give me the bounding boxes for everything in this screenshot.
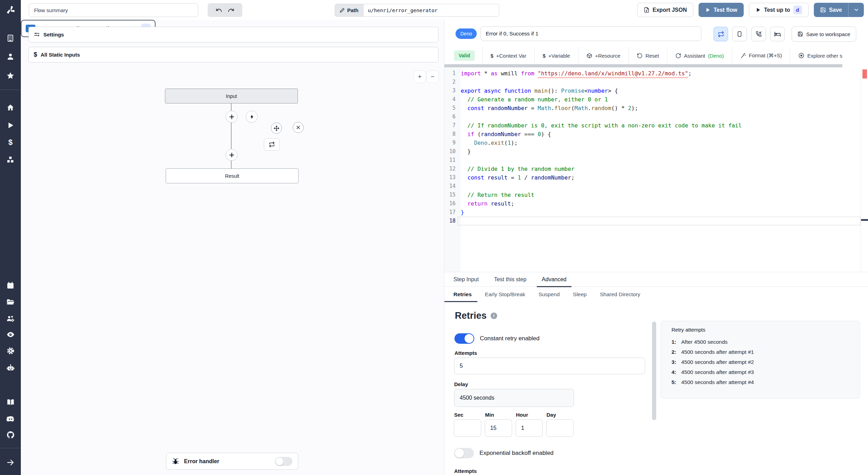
schedules-calendar-icon[interactable]	[6, 281, 15, 290]
redo-icon[interactable]	[228, 7, 234, 14]
add-variable-button[interactable]: $+Variable	[535, 53, 578, 59]
flow-input-node[interactable]: Input	[165, 89, 298, 103]
variables-dollar-icon[interactable]: $	[6, 138, 15, 147]
favorites-star-icon[interactable]	[6, 71, 15, 80]
line-number: 2	[444, 78, 456, 86]
exponential-backoff-toggle[interactable]	[454, 448, 474, 458]
move-step-handle[interactable]	[271, 123, 282, 134]
subtab-sleep[interactable]: Sleep	[573, 287, 587, 302]
step-title-input[interactable]: Error if 0, Success if 1	[481, 26, 701, 41]
all-static-inputs-row[interactable]: $ All Static Inputs	[28, 47, 439, 62]
add-context-var-button[interactable]: $+Context Var	[483, 53, 534, 59]
code-line[interactable]	[461, 78, 860, 86]
sec-input[interactable]	[454, 419, 481, 437]
reset-button[interactable]: Reset	[629, 53, 667, 59]
code-line[interactable]: Deno.exit(1);	[461, 139, 860, 147]
settings-gear-icon[interactable]	[6, 346, 15, 355]
format-button[interactable]: Format (⌘+S)	[732, 52, 790, 59]
retries-shortcut-button[interactable]	[713, 27, 728, 41]
flow-settings-row[interactable]: Settings	[28, 27, 439, 42]
trigger-bolt-button[interactable]	[246, 111, 258, 123]
sleep-bed-button[interactable]	[770, 27, 785, 41]
groups-users-settings-icon[interactable]	[6, 314, 15, 323]
audit-eye-icon[interactable]	[6, 330, 15, 339]
resources-boxes-icon[interactable]	[6, 155, 15, 164]
attempts-input[interactable]: 5	[454, 358, 645, 374]
code-line[interactable]: // If randomNumber is 0, exit the script…	[461, 121, 860, 130]
workspace-building-icon[interactable]	[6, 34, 15, 43]
zoom-out-button[interactable]: −	[426, 70, 439, 83]
discord-icon[interactable]	[6, 414, 15, 423]
code-line[interactable]: return result;	[461, 199, 860, 208]
save-dropdown-button[interactable]	[849, 3, 864, 17]
save-icon	[820, 7, 826, 13]
min-input[interactable]: 15	[485, 419, 512, 437]
panel-scrollbar-thumb[interactable]	[652, 322, 656, 420]
delay-input[interactable]: 4500 seconds	[454, 389, 574, 407]
insert-step-button[interactable]	[226, 149, 237, 161]
windmill-logo-icon[interactable]	[0, 0, 21, 20]
flow-result-node[interactable]: Result	[166, 168, 299, 183]
collapse-arrow-right-icon[interactable]	[6, 458, 15, 467]
code-line[interactable]: }	[461, 147, 860, 156]
delete-step-button[interactable]	[293, 122, 304, 133]
retry-loop-indicator-button[interactable]	[264, 138, 280, 151]
code-line[interactable]	[461, 112, 860, 121]
folders-icon[interactable]	[6, 298, 15, 307]
code-line[interactable]	[461, 156, 860, 165]
code-editor[interactable]: 123456789101112131415161718 import * as …	[444, 68, 868, 272]
path-input[interactable]: u/henri/error_generator	[363, 4, 499, 17]
flow-summary-input[interactable]: Flow summary	[29, 3, 198, 17]
runs-play-icon[interactable]	[6, 121, 15, 130]
code-lines[interactable]: import * as wmill from "https://deno.lan…	[461, 69, 860, 225]
docs-book-icon[interactable]	[6, 398, 15, 407]
test-up-to-button[interactable]: Test up to d	[749, 3, 808, 17]
code-line[interactable]	[461, 217, 860, 225]
code-line[interactable]: // Divide 1 by the random number	[461, 165, 860, 173]
insert-step-button[interactable]	[226, 111, 237, 123]
subtab-shared-directory[interactable]: Shared Directory	[600, 287, 640, 302]
code-line[interactable]: if (randomNumber === 0) {	[461, 130, 860, 139]
code-line[interactable]: const result = 1 / randomNumber;	[461, 173, 860, 182]
phone-incoming-icon	[756, 31, 762, 37]
code-line[interactable]	[461, 182, 860, 191]
save-to-workspace-button[interactable]: Save to workspace	[792, 26, 856, 42]
code-line[interactable]: import * as wmill from "https://deno.lan…	[461, 69, 860, 78]
package-icon	[586, 53, 592, 59]
save-button[interactable]: Save	[814, 3, 848, 17]
early-stop-square-button[interactable]	[732, 27, 747, 41]
export-json-button[interactable]: Export JSON	[637, 3, 694, 17]
user-icon[interactable]	[6, 52, 15, 61]
toolbar-scrollbar-thumb[interactable]	[444, 64, 842, 67]
code-line[interactable]: }	[461, 208, 860, 217]
code-line[interactable]: export async function main(): Promise<nu…	[461, 86, 860, 95]
subtab-early-stop[interactable]: Early Stop/Break	[485, 287, 525, 302]
workers-robot-icon[interactable]	[6, 363, 15, 372]
subtab-retries[interactable]: Retries	[453, 287, 472, 302]
code-line[interactable]: // Generate a random number, either 0 or…	[461, 95, 860, 104]
explore-scripts-button[interactable]: Explore other s	[790, 52, 850, 59]
subtab-suspend[interactable]: Suspend	[539, 287, 560, 302]
add-resource-button[interactable]: +Resource	[578, 53, 628, 59]
tab-test-this-step[interactable]: Test this step	[494, 272, 526, 287]
code-line[interactable]: const randomNumber = Math.floor(Math.ran…	[461, 104, 860, 112]
undo-icon[interactable]	[216, 7, 222, 14]
error-handler-toggle[interactable]	[275, 457, 292, 466]
retry-summary-item: 2:4500 seconds after attempt #1	[671, 347, 849, 357]
code-line[interactable]: // Return the result	[461, 191, 860, 199]
suspend-phone-button[interactable]	[751, 27, 766, 41]
hour-input[interactable]: 1	[516, 419, 543, 437]
day-input[interactable]	[546, 419, 574, 437]
constant-retry-toggle[interactable]	[454, 333, 474, 344]
info-icon[interactable]: i	[491, 312, 497, 319]
assistant-button[interactable]: Assistant (Deno)	[667, 53, 732, 59]
test-flow-button[interactable]: Test flow	[699, 3, 744, 17]
tab-step-input[interactable]: Step Input	[453, 272, 479, 287]
home-icon[interactable]	[6, 103, 15, 112]
zoom-in-button[interactable]: +	[414, 70, 426, 83]
github-icon[interactable]	[6, 430, 15, 439]
sec-label: Sec	[454, 412, 464, 418]
language-badge: Deno	[456, 28, 477, 39]
path-label[interactable]: Path	[335, 4, 363, 17]
tab-advanced[interactable]: Advanced	[542, 272, 566, 287]
